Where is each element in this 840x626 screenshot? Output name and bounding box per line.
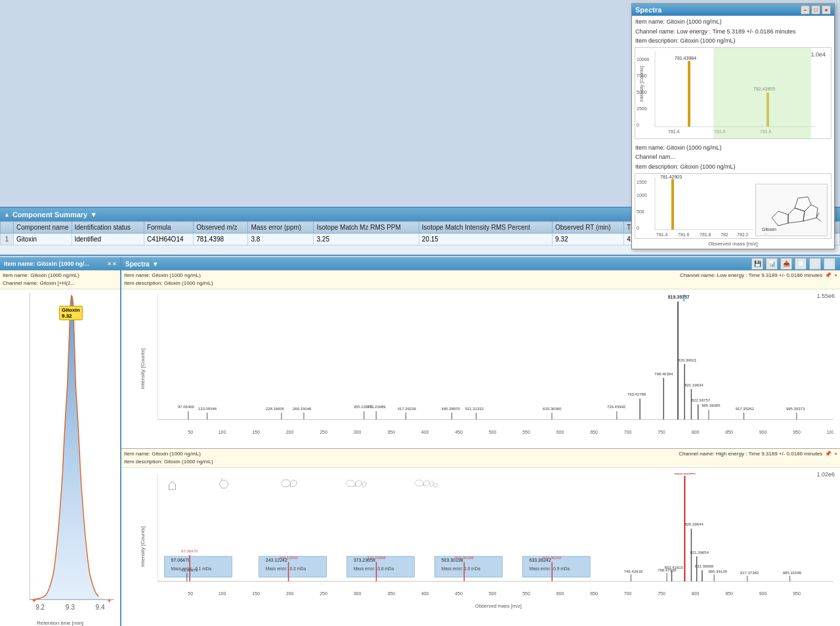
svg-rect-200 — [702, 570, 703, 581]
col-obs-rt[interactable]: Observed RT (min) — [553, 222, 624, 234]
floating-spectra-title: Spectra — [635, 6, 662, 14]
svg-text:Intensity [Counts]: Intensity [Counts] — [639, 66, 644, 102]
lower-close-icon[interactable]: × — [834, 450, 837, 458]
floating-spectra-window: Spectra − □ × Item name: Gitoxin (1000 n… — [631, 3, 835, 249]
svg-text:729.45992: 729.45992 — [607, 405, 626, 409]
spectra-chart-icon[interactable]: 📊 — [766, 258, 778, 270]
svg-text:Mass error: -0.3 mDa: Mass error: -0.3 mDa — [266, 566, 306, 571]
svg-text:+: + — [33, 596, 37, 604]
svg-text:781.4: 781.4 — [656, 232, 668, 237]
col-mass-error[interactable]: Mass error (ppm) — [248, 222, 314, 234]
upper-pin-icon[interactable]: 📌 — [825, 272, 831, 280]
svg-rect-102 — [639, 399, 640, 420]
svg-text:Mass error: 1.6 mDa: Mass error: 1.6 mDa — [442, 566, 481, 571]
bottom-area: Item name: Gitoxin (1000 ng/... × × Item… — [0, 257, 840, 626]
col-formula[interactable]: Formula — [144, 222, 193, 234]
svg-rect-82 — [207, 413, 207, 420]
svg-text:798.46394: 798.46394 — [654, 372, 673, 376]
spectra-dropdown-btn[interactable]: ▼ — [152, 261, 159, 268]
svg-text:781.6: 781.6 — [678, 232, 690, 237]
close-btn[interactable]: × — [822, 5, 831, 14]
floating-desc-1: Item description: Gitoxin (1000 ng/mL) — [633, 36, 833, 46]
maximize-btn[interactable]: □ — [811, 5, 820, 14]
spectra-export-icon[interactable]: 📤 — [780, 258, 792, 270]
svg-text:700: 700 — [624, 591, 632, 596]
cell-obs-rt: 9.32 — [553, 234, 624, 245]
floating-item-name-2: Item name: Gitoxin (1000 ng/mL) — [633, 143, 833, 153]
col-component-name[interactable]: Component name — [14, 222, 72, 234]
svg-text:150: 150 — [252, 591, 260, 596]
svg-text:Observed mass [m/z]: Observed mass [m/z] — [475, 603, 522, 609]
svg-marker-17 — [803, 205, 818, 221]
svg-text:100: 100 — [219, 591, 226, 596]
svg-text:Mass error: -0.9 mDa: Mass error: -0.9 mDa — [530, 566, 570, 571]
svg-text:781.42903: 781.42903 — [660, 175, 682, 179]
spectra-save-icon[interactable]: 💾 — [751, 258, 763, 270]
upper-close-icon[interactable]: × — [834, 272, 837, 280]
svg-text:9.2: 9.2 — [35, 602, 45, 611]
floating-lower-panel: Item name: Gitoxin (1000 ng/mL) Channel … — [632, 142, 834, 249]
upper-intensity-label: Intensity [Counts] — [140, 348, 146, 389]
svg-rect-90 — [376, 411, 377, 420]
spectra-maximize[interactable]: □ — [824, 258, 835, 270]
floating-item-name-1: Item name: Gitoxin (1000 ng/mL) — [633, 17, 833, 27]
col-id-status[interactable]: Identification status — [72, 222, 144, 234]
svg-rect-188 — [631, 574, 631, 581]
chrom-item-name: Item name: Gitoxin (1000 ng/mL) — [3, 272, 117, 280]
svg-text:243.12242: 243.12242 — [279, 556, 298, 560]
floating-desc-2: Item description: Gitoxin (1000 ng/mL) — [633, 162, 833, 172]
svg-text:650: 650 — [590, 430, 598, 434]
svg-text:266.15046: 266.15046 — [293, 407, 312, 411]
svg-marker-169 — [346, 480, 356, 487]
lower-pin-icon[interactable]: 📌 — [825, 450, 831, 458]
svg-text:400: 400 — [421, 430, 429, 434]
lower-spectra-svg: 0 2.5e5 5e5 7.5e5 1e6 50 100 150 200 250… — [158, 473, 833, 612]
svg-text:821.39634: 821.39634 — [684, 383, 704, 387]
col-iso-intensity[interactable]: Isotope Match Intensity RMS Percent — [419, 222, 552, 234]
svg-text:300: 300 — [354, 430, 362, 434]
minimize-btn[interactable]: − — [801, 5, 810, 14]
svg-rect-186 — [551, 562, 553, 581]
svg-text:485.28870: 485.28870 — [442, 407, 461, 411]
window-controls: − □ × — [801, 5, 831, 14]
col-iso-mz[interactable]: Isotope Match Mz RMS PPM — [314, 222, 419, 234]
spectra-minimize[interactable]: − — [809, 258, 821, 270]
floating-chart-2: Gitoxin +H 0 500 1000 1500 781.42903 781… — [635, 173, 831, 239]
svg-text:97.06466: 97.06466 — [178, 405, 195, 409]
svg-text:521.31332: 521.31332 — [465, 407, 484, 411]
svg-text:0: 0 — [637, 123, 639, 127]
svg-text:1000: 1000 — [827, 430, 833, 434]
cell-formula: C41H64O14 — [144, 234, 193, 245]
svg-marker-170 — [356, 480, 362, 486]
svg-text:200: 200 — [286, 591, 294, 596]
svg-text:985.31599: 985.31599 — [783, 571, 802, 575]
svg-text:850: 850 — [725, 430, 733, 434]
svg-text:900: 900 — [759, 591, 767, 596]
svg-text:633.36360: 633.36360 — [543, 407, 562, 411]
spectra-settings-icon[interactable]: ⚙ — [795, 258, 807, 270]
spectra-main-titlebar: Spectra ▼ 💾 📊 📤 ⚙ − □ — [121, 257, 840, 270]
svg-rect-192 — [671, 570, 673, 581]
svg-text:350: 350 — [387, 591, 395, 596]
svg-text:500: 500 — [489, 591, 497, 596]
svg-text:763.42788: 763.42788 — [627, 392, 646, 396]
lower-spectra-info: Item name: Gitoxin (1000 ng/mL) Item des… — [121, 449, 840, 468]
spectra-main-panel: Spectra ▼ 💾 📊 📤 ⚙ − □ Item name: Gitoxin… — [121, 257, 840, 626]
svg-marker-18 — [795, 197, 811, 211]
lower-chart-container: 1.02e6 Intensity [Counts] 0 2.5e5 5e5 7.… — [121, 468, 840, 627]
svg-rect-92 — [406, 413, 406, 420]
svg-marker-168 — [291, 480, 297, 487]
component-summary-dropdown[interactable]: ▼ — [90, 211, 97, 219]
col-obs-mz[interactable]: Observed m/z — [194, 222, 248, 234]
svg-text:819.39347: 819.39347 — [675, 473, 696, 475]
svg-text:781.43984: 781.43984 — [675, 56, 696, 60]
svg-marker-171 — [362, 482, 366, 487]
svg-marker-167 — [282, 480, 291, 487]
svg-rect-7 — [688, 61, 690, 127]
svg-rect-100 — [616, 411, 617, 420]
svg-marker-173 — [423, 480, 429, 485]
svg-rect-88 — [364, 411, 364, 420]
chrom-close-x[interactable]: × × — [108, 261, 116, 267]
gitoxin-peak-label: Gitoxin9.32 — [59, 306, 83, 320]
svg-text:633.36242: 633.36242 — [543, 556, 562, 560]
